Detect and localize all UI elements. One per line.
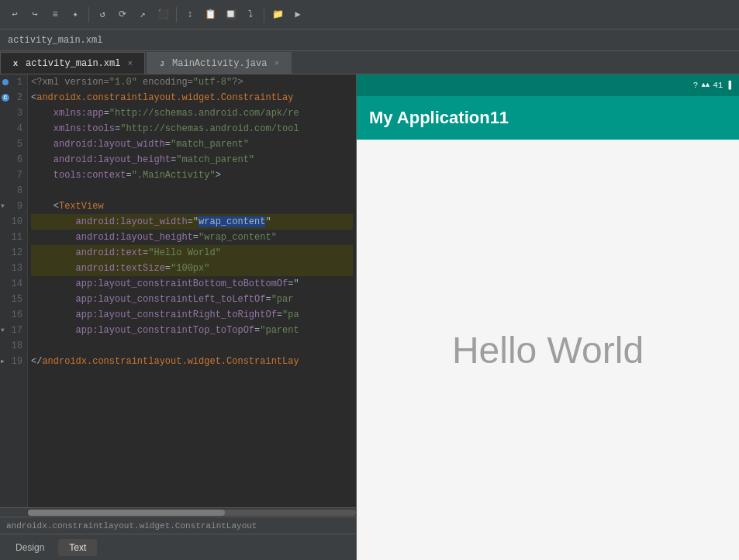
code-line-6: android:layout_height="match_parent" <box>31 152 353 168</box>
code-line-11: android:layout_height="wrap_content" <box>31 230 353 245</box>
line-num-5: 5 <box>0 137 27 152</box>
status-text: androidx.constraintlayout.widget.Constra… <box>6 521 257 531</box>
status-icon-wifi: ? <box>693 81 699 90</box>
line-num-1: 1 <box>0 74 27 90</box>
tab-main-activity[interactable]: J MainActivity.java × <box>147 52 292 74</box>
code-line-16: app:layout_constraintRight_toRightOf="pa <box>31 307 353 323</box>
editor-scrollbar[interactable] <box>0 507 356 517</box>
breadcrumb-text: activity_main.xml <box>8 35 102 46</box>
tab-main-activity-close[interactable]: × <box>271 58 281 69</box>
code-line-17: app:layout_constraintTop_toTopOf="parent <box>31 323 353 338</box>
toolbar-btn-down[interactable]: ⤵ <box>242 6 259 23</box>
device-status-bar: ? ▲▲ 41 ▐ <box>357 74 739 96</box>
code-line-15: app:layout_constraintLeft_toLeftOf="par <box>31 292 353 307</box>
toolbar-btn-clipboard[interactable]: 📋 <box>202 6 219 23</box>
tab-design[interactable]: Design <box>5 539 55 556</box>
code-line-13: android:textSize="100px" <box>31 261 353 276</box>
line-num-3: 3 <box>0 105 27 121</box>
line-num-17: 17 ▼ <box>0 323 27 338</box>
editor-body[interactable]: 1 2 C 3 4 5 6 7 8 9 ▼ 10 11 12 13 14 <box>0 74 356 507</box>
code-line-3: xmlns:app="http://schemas.android.com/ap… <box>31 105 353 121</box>
tab-activity-main-label: activity_main.xml <box>26 58 120 69</box>
tab-bar: X activity_main.xml × J MainActivity.jav… <box>0 51 739 74</box>
line-num-2: 2 C <box>0 90 27 105</box>
breadcrumb-bar: activity_main.xml <box>0 29 739 51</box>
status-icon-battery: ▐ <box>726 81 731 90</box>
toolbar-btn-sync[interactable]: ✦ <box>67 6 84 23</box>
device-app-bar: My Application11 <box>357 96 739 140</box>
hello-world-label: Hello World <box>452 329 644 372</box>
code-area[interactable]: <?xml version="1.0" encoding="utf-8"?> <… <box>28 74 356 507</box>
line-num-7: 7 <box>0 168 27 183</box>
main-content: 1 2 C 3 4 5 6 7 8 9 ▼ 10 11 12 13 14 <box>0 74 739 560</box>
tab-text[interactable]: Text <box>58 539 97 556</box>
preview-pane: ? ▲▲ 41 ▐ My Application11 Hello World <box>357 74 739 560</box>
editor-pane: 1 2 C 3 4 5 6 7 8 9 ▼ 10 11 12 13 14 <box>0 74 357 560</box>
tab-activity-main[interactable]: X activity_main.xml × <box>0 52 145 74</box>
code-line-12: android:text="Hello World" <box>31 245 353 261</box>
line-num-6: 6 <box>0 152 27 168</box>
status-icon-battery-level: 41 <box>713 81 723 90</box>
line-num-13: 13 <box>0 261 27 276</box>
line-num-11: 11 <box>0 230 27 245</box>
toolbar: ↩ ↪ ≡ ✦ ↺ ⟳ ↗ ⬛ ↕ 📋 🔲 ⤵ 📁 ▶ <box>0 0 739 29</box>
code-line-10: android:layout_width="wrap_content" <box>31 214 353 230</box>
code-line-14: app:layout_constraintBottom_toBottomOf=" <box>31 276 353 292</box>
editor-footer: androidx.constraintlayout.widget.Constra… <box>0 517 356 534</box>
line-num-15: 15 <box>0 292 27 307</box>
code-line-9: <TextView <box>31 199 353 214</box>
line-num-10: 10 <box>0 214 27 230</box>
toolbar-btn-stop[interactable]: ⬛ <box>154 6 171 23</box>
toolbar-btn-layout[interactable]: 🔲 <box>222 6 239 23</box>
toolbar-btn-debug[interactable]: ↕ <box>181 6 199 23</box>
toolbar-btn-back[interactable]: ↺ <box>94 6 111 23</box>
code-line-4: xmlns:tools="http://schemas.android.com/… <box>31 121 353 137</box>
app-title: My Application11 <box>369 108 509 128</box>
status-icon-signal: ▲▲ <box>701 81 710 89</box>
line-num-12: 12 <box>0 245 27 261</box>
device-content: Hello World <box>357 140 739 560</box>
code-line-7: tools:context=".MainActivity"> <box>31 168 353 183</box>
code-line-19: </androidx.constraintlayout.widget.Const… <box>31 354 353 369</box>
java-tab-icon: J <box>157 58 167 69</box>
toolbar-btn-profile[interactable]: ↗ <box>134 6 151 23</box>
code-line-5: android:layout_width="match_parent" <box>31 137 353 152</box>
toolbar-sep-1 <box>88 7 89 22</box>
xml-tab-icon: X <box>10 58 21 69</box>
line-numbers: 1 2 C 3 4 5 6 7 8 9 ▼ 10 11 12 13 14 <box>0 74 28 507</box>
line-num-16: 16 <box>0 307 27 323</box>
line-num-18: 18 <box>0 338 27 354</box>
tab-main-activity-label: MainActivity.java <box>172 58 267 69</box>
toolbar-btn-folder[interactable]: 📁 <box>269 6 286 23</box>
scrollbar-thumb[interactable] <box>28 510 225 516</box>
code-line-1: <?xml version="1.0" encoding="utf-8"?> <box>31 74 353 90</box>
code-line-2: <androidx.constraintlayout.widget.Constr… <box>31 90 353 105</box>
toolbar-sep-3 <box>264 7 264 22</box>
line-num-19: 19 ▶ <box>0 354 27 369</box>
toolbar-btn-forward[interactable]: ⟳ <box>114 6 131 23</box>
toolbar-btn-undo[interactable]: ↩ <box>6 6 23 23</box>
toolbar-sep-2 <box>176 7 177 22</box>
line-num-14: 14 <box>0 276 27 292</box>
line-num-4: 4 <box>0 121 27 137</box>
line-num-8: 8 <box>0 183 27 199</box>
toolbar-btn-menu[interactable]: ≡ <box>47 6 64 23</box>
toolbar-btn-run[interactable]: ▶ <box>289 6 306 23</box>
device-screen: ? ▲▲ 41 ▐ My Application11 Hello World <box>357 74 739 560</box>
toolbar-btn-redo[interactable]: ↪ <box>26 6 43 23</box>
line-num-9: 9 ▼ <box>0 199 27 214</box>
tab-activity-main-close[interactable]: × <box>125 58 135 69</box>
code-line-8 <box>31 183 353 199</box>
bottom-tabs: Design Text <box>0 534 356 560</box>
code-line-18 <box>31 338 353 354</box>
